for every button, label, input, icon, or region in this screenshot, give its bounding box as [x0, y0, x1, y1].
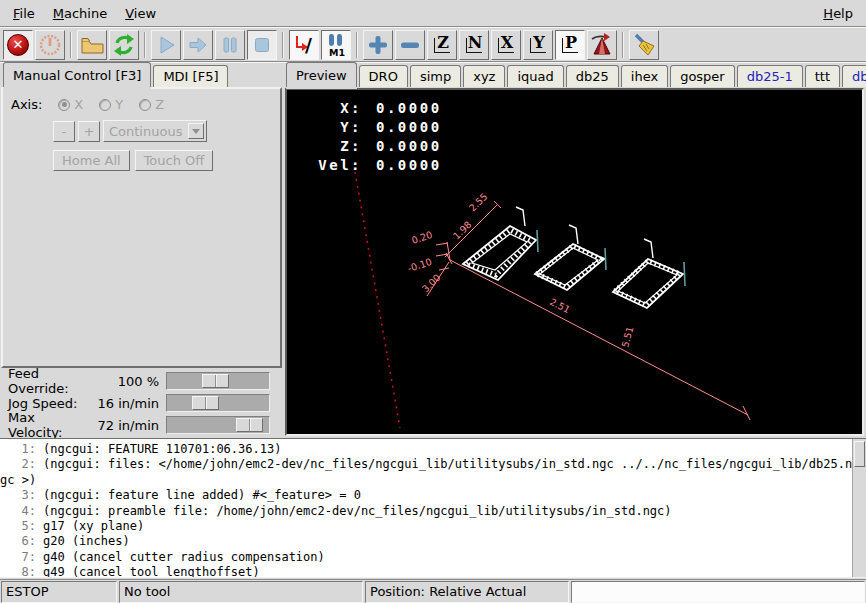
axis-row: Axis: XYZ	[11, 97, 274, 112]
machine-power-button[interactable]	[35, 30, 65, 60]
gcode-row: gc >)	[0, 473, 866, 488]
jog-minus-button[interactable]: -	[53, 121, 75, 142]
menu-file[interactable]: File	[4, 2, 44, 25]
readout-label: Y:	[300, 118, 362, 137]
tab-manual-control-f3-[interactable]: Manual Control [F3]	[3, 62, 151, 87]
tab-iquad[interactable]: iquad	[507, 65, 563, 87]
tab-preview[interactable]: Preview	[286, 62, 357, 87]
tab-mdi-f5-[interactable]: MDI [F5]	[153, 65, 228, 87]
estop-button[interactable]: ✕	[3, 30, 33, 60]
block-delete-toggle[interactable]: /	[289, 30, 319, 60]
tab-db25-2[interactable]: db25-2	[842, 65, 866, 87]
view-z2-button[interactable]: N	[459, 30, 489, 60]
menu-machine[interactable]: Machine	[44, 2, 116, 25]
slider-handle[interactable]	[192, 396, 219, 410]
reload-button[interactable]	[109, 30, 139, 60]
toolbar-separator	[282, 32, 284, 58]
view-z2-label: N	[468, 33, 483, 52]
gcode-line-text: gc >)	[0, 473, 36, 488]
toolbar-separator	[622, 32, 624, 58]
gcode-row: 5:g17 (xy plane)	[0, 519, 866, 534]
stop-button[interactable]	[247, 30, 277, 60]
zoom-out-icon	[399, 34, 421, 56]
pocket-1	[463, 207, 536, 280]
gcode-line-number: 4:	[0, 504, 36, 519]
status-estop: ESTOP	[1, 581, 117, 603]
view-p-button[interactable]: P	[555, 30, 585, 60]
view-z-button[interactable]: Z	[427, 30, 457, 60]
view-x-label: X	[501, 33, 513, 52]
folder-icon	[79, 34, 105, 56]
toolbar-separator	[356, 32, 358, 58]
jog-mode-value: Continuous	[109, 124, 182, 139]
jog-plus-button[interactable]: +	[78, 121, 100, 142]
home-all-button[interactable]: Home All	[53, 150, 130, 171]
axis-radio-y[interactable]	[99, 99, 111, 111]
tab-db25-1[interactable]: db25-1	[737, 65, 803, 87]
zoom-in-button[interactable]	[363, 30, 393, 60]
view-x-button[interactable]: X	[491, 30, 521, 60]
open-file-button[interactable]	[77, 30, 107, 60]
touch-off-button[interactable]: Touch Off	[135, 150, 214, 171]
axis-radio-x[interactable]	[58, 99, 70, 111]
gcode-row: 3:(ngcgui: feature line added) #<_featur…	[0, 488, 866, 503]
slider-trough[interactable]	[166, 416, 270, 434]
toolbar-separator	[144, 32, 146, 58]
tab-ttt[interactable]: ttt	[805, 65, 840, 87]
menu-help[interactable]: Help	[814, 2, 862, 25]
gcode-row: 2:(ngcgui: files: </home/john/emc2-dev/n…	[0, 457, 866, 472]
clear-plot-button[interactable]	[629, 30, 659, 60]
gcode-line-text: g49 (cancel tool lengthoffset)	[43, 565, 260, 578]
axis-radio-z[interactable]	[139, 99, 151, 111]
preview-canvas[interactable]: 0.20 -0.10 2.55 1.98 3.00 2.51 5.51 X:0.…	[285, 88, 864, 436]
slider-handle[interactable]	[202, 374, 229, 388]
readout-value: 0.0000	[376, 156, 442, 175]
readout-row-vel: Vel:0.0000	[300, 156, 442, 175]
gcode-scrollbar[interactable]	[852, 439, 866, 577]
optional-stop-toggle[interactable]: M1	[321, 30, 351, 60]
gcode-scrollbar-thumb[interactable]	[854, 441, 865, 467]
svg-text:3.00: 3.00	[420, 272, 443, 295]
gcode-line-number: 7:	[0, 550, 36, 565]
axis-radio-label-x: X	[74, 97, 83, 112]
pause-button[interactable]	[215, 30, 245, 60]
power-icon	[38, 33, 62, 57]
slider-trough[interactable]	[166, 394, 270, 412]
readout-label: Z:	[300, 137, 362, 156]
tab-db25[interactable]: db25	[566, 65, 619, 87]
radio-dot	[62, 102, 67, 107]
gcode-listing[interactable]: 1:(ngcgui: FEATURE 110701:06.36.13)2:(ng…	[0, 438, 866, 578]
jog-mode-combobox[interactable]: Continuous	[103, 120, 207, 142]
tab-simp[interactable]: simp	[410, 65, 461, 87]
svg-text:0.20: 0.20	[410, 229, 434, 246]
run-button[interactable]	[151, 30, 181, 60]
slider-label: Feed Override:	[0, 366, 92, 396]
readout-row-y: Y:0.0000	[300, 118, 442, 137]
slider-label: Jog Speed:	[0, 396, 92, 411]
slider-trough[interactable]	[166, 372, 270, 390]
optional-stop-icon: M1	[323, 32, 349, 58]
gcode-row: 7:g40 (cancel cutter radius compensation…	[0, 550, 866, 565]
menu-view[interactable]: View	[116, 2, 165, 25]
gcode-line-text: (ngcgui: files: </home/john/emc2-dev/nc_…	[43, 457, 852, 472]
slider-value: 72 in/min	[92, 418, 166, 433]
tab-dro[interactable]: DRO	[359, 65, 408, 87]
tab-ihex[interactable]: ihex	[621, 65, 668, 87]
svg-text:M1: M1	[329, 47, 345, 58]
rotate-view-button[interactable]	[587, 30, 617, 60]
status-filler	[571, 581, 865, 603]
readout-row-z: Z:0.0000	[300, 137, 442, 156]
zoom-out-button[interactable]	[395, 30, 425, 60]
tool-mark-3	[684, 262, 685, 286]
combo-arrow-button[interactable]	[188, 123, 204, 139]
view-y-button[interactable]: Y	[523, 30, 553, 60]
step-button[interactable]	[183, 30, 213, 60]
gcode-line-text: (ngcgui: feature line added) #<_feature>…	[43, 488, 361, 503]
gcode-line-number: 2:	[0, 457, 36, 472]
tab-gosper[interactable]: gosper	[670, 65, 735, 87]
axis-label: Axis:	[11, 97, 42, 112]
svg-text:5.51: 5.51	[619, 325, 635, 348]
slider-handle[interactable]	[236, 418, 263, 432]
tab-xyz[interactable]: xyz	[463, 65, 505, 87]
slider-value: 16 in/min	[92, 396, 166, 411]
